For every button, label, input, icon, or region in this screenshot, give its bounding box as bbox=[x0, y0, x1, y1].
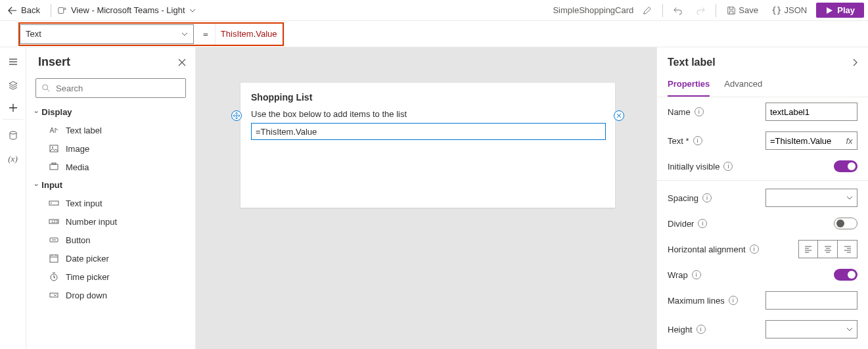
prop-wrap-toggle[interactable] bbox=[834, 269, 857, 281]
edit-name-button[interactable] bbox=[639, 3, 656, 18]
redo-icon bbox=[696, 6, 705, 15]
svg-point-5 bbox=[52, 147, 53, 148]
align-right-button[interactable] bbox=[838, 240, 857, 258]
play-button[interactable]: Play bbox=[816, 3, 864, 18]
prop-text-input[interactable] bbox=[765, 131, 842, 150]
prop-spacing-select[interactable] bbox=[765, 189, 857, 207]
shopping-card[interactable]: Shopping List Use the box below to add i… bbox=[240, 83, 615, 208]
prop-halign-label: Horizontal alignment bbox=[668, 244, 746, 254]
prop-height-label: Height bbox=[668, 325, 693, 335]
item-number-input[interactable]: 123 Number input bbox=[26, 212, 195, 231]
property-dropdown[interactable]: Text bbox=[20, 24, 194, 44]
item-label: Button bbox=[66, 235, 91, 245]
hamburger-icon bbox=[8, 57, 18, 67]
svg-rect-8 bbox=[49, 201, 58, 205]
variables-button[interactable]: (x) bbox=[3, 149, 24, 170]
item-label: Image bbox=[66, 144, 89, 154]
properties-expand-button[interactable] bbox=[851, 58, 859, 66]
data-button[interactable] bbox=[3, 125, 24, 146]
hamburger-button[interactable] bbox=[3, 51, 24, 72]
info-icon[interactable]: i bbox=[723, 162, 733, 171]
tab-properties[interactable]: Properties bbox=[668, 74, 710, 97]
info-icon[interactable]: i bbox=[702, 193, 712, 202]
item-media[interactable]: Media bbox=[26, 158, 195, 176]
info-icon[interactable]: i bbox=[729, 296, 738, 305]
info-icon[interactable]: i bbox=[692, 270, 701, 279]
left-rail: (x) bbox=[0, 47, 26, 349]
search-icon bbox=[41, 83, 51, 93]
fx-icon: (x) bbox=[8, 154, 17, 164]
design-canvas[interactable]: Shopping List Use the box below to add i… bbox=[196, 47, 656, 349]
category-display[interactable]: › Display bbox=[26, 103, 195, 121]
prop-name-input[interactable] bbox=[765, 103, 857, 121]
info-icon[interactable]: i bbox=[695, 107, 704, 116]
prop-maxlines-input[interactable] bbox=[765, 291, 857, 310]
fx-button[interactable]: fx bbox=[842, 131, 857, 150]
separator bbox=[51, 4, 51, 17]
item-date-picker[interactable]: Date picker bbox=[26, 249, 195, 268]
formula-bar: Text = ThisItem.Value bbox=[0, 21, 868, 47]
close-icon bbox=[616, 113, 622, 118]
info-icon[interactable]: i bbox=[693, 136, 702, 145]
align-center-button[interactable] bbox=[818, 240, 838, 258]
insert-title: Insert bbox=[38, 55, 70, 69]
undo-button[interactable] bbox=[670, 3, 687, 18]
card-title: Shopping List bbox=[251, 92, 605, 103]
equals-sign: = bbox=[196, 29, 215, 39]
json-button[interactable]: {} JSON bbox=[767, 3, 811, 18]
calendar-icon bbox=[49, 253, 59, 264]
delete-handle[interactable] bbox=[614, 110, 624, 121]
search-input-wrap[interactable] bbox=[35, 78, 186, 98]
close-icon bbox=[178, 58, 186, 66]
item-image[interactable]: Image bbox=[26, 139, 195, 158]
align-left-button[interactable] bbox=[798, 240, 818, 258]
layers-icon bbox=[8, 80, 18, 91]
item-text-label[interactable]: Text label bbox=[26, 121, 195, 139]
image-icon bbox=[49, 143, 59, 154]
chevron-down-icon bbox=[189, 7, 196, 14]
search-input[interactable] bbox=[55, 83, 180, 94]
prop-spacing-label: Spacing bbox=[668, 193, 698, 203]
insert-tree: › Display Text label Image Media › bbox=[26, 103, 195, 349]
prop-name-label: Name bbox=[668, 107, 691, 117]
item-time-picker[interactable]: Time picker bbox=[26, 268, 195, 286]
media-icon bbox=[49, 162, 59, 172]
info-icon[interactable]: i bbox=[750, 244, 759, 254]
json-label: JSON bbox=[785, 5, 808, 15]
prop-height-select[interactable] bbox=[765, 320, 857, 338]
play-icon bbox=[825, 7, 833, 14]
item-label: Text input bbox=[66, 198, 103, 208]
selected-text-value: =ThisItem.Value bbox=[256, 127, 317, 137]
item-dropdown[interactable]: Drop down bbox=[26, 286, 195, 304]
prop-halign-buttons bbox=[798, 240, 857, 258]
prop-wrap-label: Wrap bbox=[668, 270, 688, 280]
redo-button[interactable] bbox=[692, 3, 709, 18]
item-button[interactable]: Button bbox=[26, 231, 195, 249]
selected-text-label[interactable]: =ThisItem.Value bbox=[251, 123, 606, 140]
formula-input-rest[interactable] bbox=[284, 21, 868, 47]
tree-view-button[interactable] bbox=[3, 75, 24, 96]
save-label: Save bbox=[739, 5, 758, 15]
svg-rect-6 bbox=[50, 164, 58, 170]
prop-visible-toggle[interactable] bbox=[834, 160, 857, 172]
save-button[interactable]: Save bbox=[723, 3, 762, 18]
pencil-icon bbox=[643, 6, 652, 15]
category-display-label: Display bbox=[41, 107, 72, 117]
insert-button[interactable] bbox=[3, 99, 24, 120]
info-icon[interactable]: i bbox=[698, 219, 707, 228]
category-input[interactable]: › Input bbox=[26, 176, 195, 194]
formula-input[interactable]: ThisItem.Value bbox=[215, 24, 283, 45]
view-picker[interactable]: View - Microsoft Teams - Light bbox=[58, 5, 196, 15]
chevron-down-icon: › bbox=[33, 111, 40, 113]
move-handle[interactable] bbox=[231, 110, 242, 121]
tab-advanced[interactable]: Advanced bbox=[724, 74, 762, 97]
info-icon[interactable]: i bbox=[697, 325, 706, 334]
item-label: Drop down bbox=[66, 291, 107, 300]
close-insert-button[interactable] bbox=[178, 58, 186, 66]
svg-rect-14 bbox=[50, 293, 58, 297]
item-text-input[interactable]: Text input bbox=[26, 194, 195, 212]
prop-divider-toggle[interactable] bbox=[834, 218, 857, 229]
prop-text-label: Text * bbox=[668, 136, 689, 146]
align-right-icon bbox=[843, 244, 852, 254]
back-button[interactable]: Back bbox=[4, 5, 44, 15]
